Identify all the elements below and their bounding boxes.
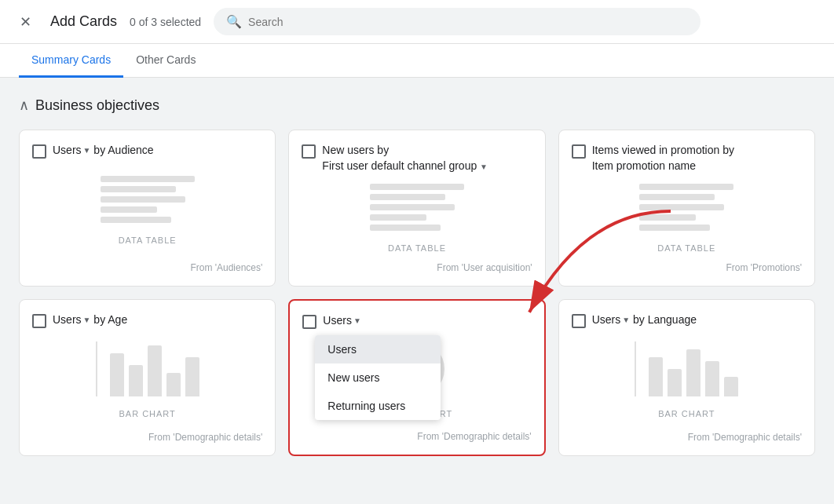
dropdown-item-users[interactable]: Users xyxy=(315,335,441,363)
section-header: ∧ Business objectives xyxy=(19,97,815,114)
section-toggle-icon[interactable]: ∧ xyxy=(19,97,29,114)
section-title: Business objectives xyxy=(35,97,159,114)
card-6-footer: From 'Demographic details' xyxy=(572,432,802,443)
header: ✕ Add Cards 0 of 3 selected 🔍 xyxy=(0,0,834,44)
dropdown-arrow-icon-5[interactable]: ▼ xyxy=(353,316,361,327)
search-icon: 🔍 xyxy=(226,14,242,29)
card-4-checkbox[interactable] xyxy=(32,314,46,328)
tab-summary-cards[interactable]: Summary Cards xyxy=(19,44,123,78)
search-box[interactable]: 🔍 xyxy=(214,8,700,35)
chart-type-label-6: BAR CHART xyxy=(658,409,715,418)
card-2-visual: DATA TABLE xyxy=(302,183,532,253)
dropdown-arrow-icon-6[interactable]: ▼ xyxy=(622,315,630,326)
title-area: Add Cards 0 of 3 selected xyxy=(50,13,201,30)
tabs-bar: Summary Cards Other Cards xyxy=(0,44,834,78)
bar-chart-placeholder xyxy=(96,341,199,396)
close-icon: ✕ xyxy=(20,13,31,31)
card-6-title: Users ▼ by Language xyxy=(592,312,697,328)
dropdown-arrow-icon[interactable]: ▼ xyxy=(83,145,91,156)
card-3-visual: DATA TABLE xyxy=(572,183,802,253)
card-new-users-by-channel: New users by First user default channel … xyxy=(288,130,545,287)
dropdown-item-new-users[interactable]: New users xyxy=(315,363,441,392)
card-1-header: Users ▼ by Audience xyxy=(32,143,262,159)
chart-type-label-3: DATA TABLE xyxy=(657,243,715,253)
main-content: ∧ Business objectives Users xyxy=(0,78,834,502)
card-5-title: Users ▼ xyxy=(323,313,360,329)
card-5-footer: From 'Demographic details' xyxy=(302,431,531,442)
card-4-footer: From 'Demographic details' xyxy=(32,432,262,443)
card-2-header: New users by First user default channel … xyxy=(302,143,532,173)
card-4-visual: BAR CHART xyxy=(32,338,262,422)
card-2-title: New users by First user default channel … xyxy=(322,143,488,173)
tab-other-cards[interactable]: Other Cards xyxy=(123,44,208,78)
card-users-by-audience: Users ▼ by Audience xyxy=(19,130,276,287)
dropdown-arrow-icon-4[interactable]: ▼ xyxy=(83,315,91,326)
metric-dropdown-menu: Users New users Returning users xyxy=(315,335,441,420)
card-1-title: Users ▼ by Audience xyxy=(53,143,154,159)
chart-type-label: DATA TABLE xyxy=(119,236,177,245)
card-3-header: Items viewed in promotion by Item promot… xyxy=(572,143,802,173)
card-users-donut: Users ▼ Users New users Returning users xyxy=(288,299,545,456)
card-4-header: Users ▼ by Age xyxy=(32,312,262,328)
card-5-checkbox[interactable] xyxy=(302,315,316,329)
card-1-checkbox[interactable] xyxy=(32,144,46,159)
dropdown-arrow-icon-2[interactable]: ▼ xyxy=(480,163,488,171)
card-users-by-age: Users ▼ by Age BAR C xyxy=(19,299,276,456)
card-items-viewed-by-promotion: Items viewed in promotion by Item promot… xyxy=(558,130,815,287)
bar-chart-placeholder-6 xyxy=(635,341,738,396)
close-button[interactable]: ✕ xyxy=(13,9,38,35)
card-1-footer: From 'Audiences' xyxy=(32,262,262,273)
data-table-placeholder xyxy=(101,176,195,223)
card-3-footer: From 'Promotions' xyxy=(572,262,802,273)
page-title: Add Cards xyxy=(50,13,117,30)
chart-type-label-2: DATA TABLE xyxy=(388,243,446,253)
card-1-visual: DATA TABLE xyxy=(32,168,262,253)
card-2-footer: From 'User acquisition' xyxy=(302,262,532,273)
card-3-title: Items viewed in promotion by Item promot… xyxy=(592,143,734,173)
data-table-placeholder-3 xyxy=(639,184,733,231)
dropdown-item-returning-users[interactable]: Returning users xyxy=(315,392,441,420)
card-2-checkbox[interactable] xyxy=(302,144,316,159)
selection-count: 0 of 3 selected xyxy=(130,16,201,28)
search-input[interactable] xyxy=(248,16,688,28)
chart-type-label-4: BAR CHART xyxy=(119,409,175,418)
card-6-visual: BAR CHART xyxy=(572,338,802,422)
data-table-placeholder-2 xyxy=(370,184,464,231)
card-4-title: Users ▼ by Age xyxy=(53,312,127,328)
cards-wrapper: Users ▼ by Audience xyxy=(19,130,815,456)
card-users-by-language: Users ▼ by Language xyxy=(558,299,815,456)
card-5-header: Users ▼ xyxy=(302,313,531,329)
card-6-checkbox[interactable] xyxy=(572,314,586,328)
card-3-checkbox[interactable] xyxy=(572,144,586,159)
cards-grid: Users ▼ by Audience xyxy=(19,130,815,456)
card-6-header: Users ▼ by Language xyxy=(572,312,802,328)
